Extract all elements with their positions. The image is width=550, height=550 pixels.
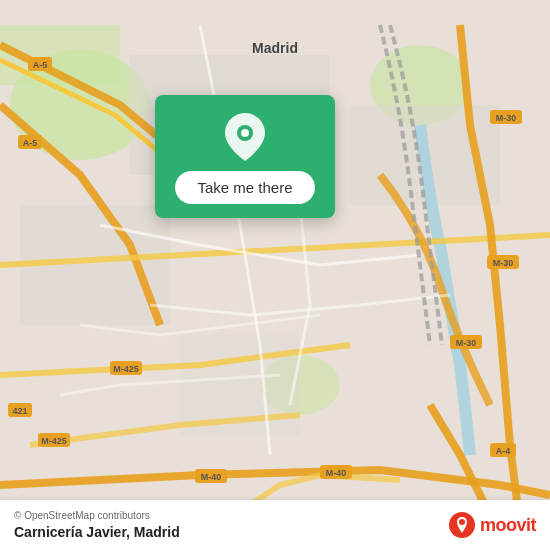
location-pin-icon xyxy=(221,113,269,161)
svg-point-33 xyxy=(241,129,249,137)
svg-text:M-425: M-425 xyxy=(41,436,67,446)
bottom-bar: © OpenStreetMap contributors Carnicería … xyxy=(0,500,550,550)
svg-text:Madrid: Madrid xyxy=(252,40,298,56)
svg-text:M-425: M-425 xyxy=(113,364,139,374)
moovit-text-label: moovit xyxy=(480,515,536,536)
osm-attribution: © OpenStreetMap contributors xyxy=(14,510,180,521)
svg-text:M-40: M-40 xyxy=(326,468,347,478)
moovit-logo: moovit xyxy=(448,511,536,539)
svg-text:M-40: M-40 xyxy=(201,472,222,482)
take-me-there-button[interactable]: Take me there xyxy=(175,171,314,204)
svg-text:M-30: M-30 xyxy=(496,113,517,123)
svg-text:A-5: A-5 xyxy=(33,60,48,70)
svg-text:421: 421 xyxy=(12,406,27,416)
map-container: A-5 A-5 M-30 M-30 M-30 M-425 M-425 M-40 … xyxy=(0,0,550,550)
svg-text:M-30: M-30 xyxy=(456,338,477,348)
svg-text:M-30: M-30 xyxy=(493,258,514,268)
svg-text:A-4: A-4 xyxy=(496,446,511,456)
svg-text:A-5: A-5 xyxy=(23,138,38,148)
location-card: Take me there xyxy=(155,95,335,218)
bottom-left-info: © OpenStreetMap contributors Carnicería … xyxy=(14,510,180,540)
location-name-label: Carnicería Javier, Madrid xyxy=(14,524,180,540)
svg-point-35 xyxy=(459,519,465,525)
moovit-brand-icon xyxy=(448,511,476,539)
